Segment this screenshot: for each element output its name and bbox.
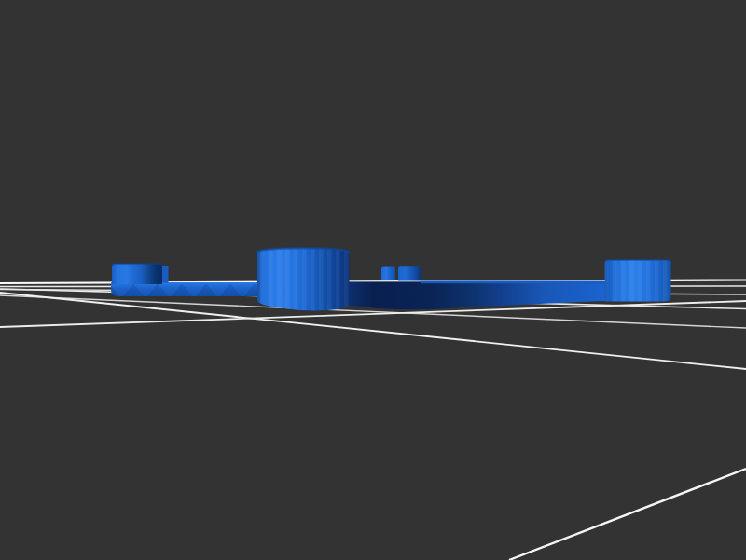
build-plate-left-arm-facets[interactable]: [111, 284, 258, 296]
cylinder-left-step[interactable]: [162, 266, 169, 283]
3d-scene-canvas[interactable]: [0, 0, 746, 560]
cylinder-left[interactable]: [112, 264, 162, 284]
boss-small-right[interactable]: [398, 266, 421, 280]
3d-viewport[interactable]: [0, 0, 746, 560]
cylinder-center-bands[interactable]: [257, 248, 350, 310]
boss-small-left[interactable]: [381, 267, 395, 281]
build-plate-right-top-edge[interactable]: [421, 280, 604, 283]
cylinder-right-bands[interactable]: [605, 260, 671, 302]
